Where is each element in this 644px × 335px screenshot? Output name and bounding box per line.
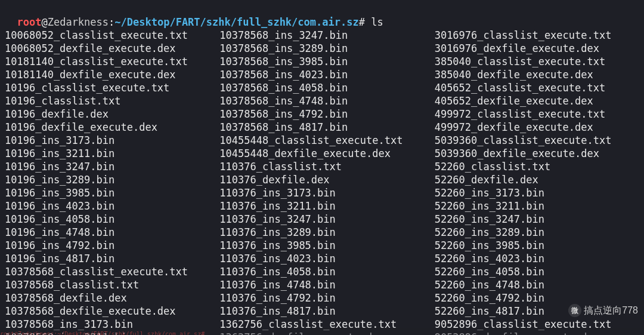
file-entry: 10196_ins_3211.bin xyxy=(5,147,209,160)
file-entry: 110376_ins_4058.bin xyxy=(219,265,423,278)
file-entry: 52260_ins_3247.bin xyxy=(435,213,639,226)
file-entry: 110376_ins_3211.bin xyxy=(219,199,423,213)
file-entry: 52260_ins_3211.bin xyxy=(435,199,639,213)
file-entry: 10378568_ins_4748.bin xyxy=(219,94,423,107)
file-entry: 10378568_ins_4817.bin xyxy=(219,121,423,134)
prompt-at: @ xyxy=(41,16,47,28)
file-entry: 10196_classlist_execute.txt xyxy=(5,81,209,94)
file-entry: 10455448_dexfile_execute.dex xyxy=(219,147,423,160)
file-entry: 110376_ins_3247.bin xyxy=(219,213,423,226)
file-entry: 110376_ins_3289.bin xyxy=(219,226,423,239)
file-entry: 10196_ins_4792.bin xyxy=(5,239,209,252)
file-entry: 10378568_dexfile.dex xyxy=(5,291,209,305)
ls-column-0: 10068052_classlist_execute.txt10068052_d… xyxy=(5,29,209,335)
file-entry: 10181140_dexfile_execute.dex xyxy=(5,68,209,81)
file-entry: 10196_ins_3247.bin xyxy=(5,160,209,173)
file-entry: 499972_classlist_execute.txt xyxy=(435,107,639,121)
file-entry: 385040_dexfile_execute.dex xyxy=(435,68,639,81)
ls-column-1: 10378568_ins_3247.bin10378568_ins_3289.b… xyxy=(219,29,423,335)
file-entry: 10196_ins_4817.bin xyxy=(5,252,209,265)
file-entry: 110376_dexfile.dex xyxy=(219,173,423,186)
file-entry: 10378568_ins_3985.bin xyxy=(219,55,423,68)
file-entry: 5039360_classlist_execute.txt xyxy=(435,134,639,147)
file-entry: 405652_classlist_execute.txt xyxy=(435,81,639,94)
file-entry: 10378568_classlist.txt xyxy=(5,278,209,291)
file-entry: 52260_ins_4023.bin xyxy=(435,252,639,265)
file-entry: 385040_classlist_execute.txt xyxy=(435,55,639,68)
file-entry: 10378568_ins_4058.bin xyxy=(219,81,423,94)
file-entry: 10378568_ins_3247.bin xyxy=(219,29,423,42)
file-entry: 10196_ins_4023.bin xyxy=(5,199,209,213)
prompt-host: Zedarkness xyxy=(48,16,109,28)
file-entry: 10196_dexfile_execute.dex xyxy=(5,121,209,134)
file-entry: 10196_dexfile.dex xyxy=(5,107,209,121)
file-entry: 52260_ins_3173.bin xyxy=(435,186,639,199)
file-entry: 10068052_dexfile_execute.dex xyxy=(5,42,209,55)
prompt-path: ~/Desktop/FART/szhk/full_szhk/com.air.sz xyxy=(114,16,358,28)
wechat-icon: 微 xyxy=(568,304,581,317)
ls-output: 10068052_classlist_execute.txt10068052_d… xyxy=(5,29,639,335)
file-entry: 10196_ins_3173.bin xyxy=(5,134,209,147)
file-entry: 110376_ins_4748.bin xyxy=(219,278,423,291)
file-entry: 10378568_classlist_execute.txt xyxy=(5,265,209,278)
prompt-sep: : xyxy=(109,16,114,28)
prompt-line: root@Zedarkness:~/Desktop/FART/szhk/full… xyxy=(5,2,639,29)
prompt-user: root xyxy=(17,16,41,28)
file-entry: 10378568_ins_4792.bin xyxy=(219,107,423,121)
file-entry: 10196_ins_4748.bin xyxy=(5,226,209,239)
prompt-line-cropped: root@Zedarkness:~/Desktop/FART/szhk/full… xyxy=(0,328,644,335)
file-entry: 3016976_classlist_execute.txt xyxy=(435,29,639,42)
file-entry: 52260_classlist.txt xyxy=(435,160,639,173)
file-entry: 52260_ins_4792.bin xyxy=(435,291,639,305)
file-entry: 52260_ins_4748.bin xyxy=(435,278,639,291)
file-entry: 110376_ins_4792.bin xyxy=(219,291,423,305)
file-entry: 10196_ins_4058.bin xyxy=(5,213,209,226)
file-entry: 110376_ins_4817.bin xyxy=(219,305,423,318)
file-entry: 110376_ins_3173.bin xyxy=(219,186,423,199)
file-entry: 110376_ins_3985.bin xyxy=(219,239,423,252)
ls-column-2: 3016976_classlist_execute.txt3016976_dex… xyxy=(435,29,639,335)
file-entry: 10378568_ins_3289.bin xyxy=(219,42,423,55)
command-text[interactable]: ls xyxy=(371,16,383,28)
file-entry: 5039360_dexfile_execute.dex xyxy=(435,147,639,160)
file-entry: 10378568_dexfile_execute.dex xyxy=(5,305,209,318)
watermark: 微 搞点逆向778 xyxy=(568,304,638,317)
file-entry: 10196_ins_3289.bin xyxy=(5,173,209,186)
file-entry: 10455448_classlist_execute.txt xyxy=(219,134,423,147)
file-entry: 499972_dexfile_execute.dex xyxy=(435,121,639,134)
file-entry: 52260_ins_3985.bin xyxy=(435,239,639,252)
file-entry: 3016976_dexfile_execute.dex xyxy=(435,42,639,55)
file-entry: 10068052_classlist_execute.txt xyxy=(5,29,209,42)
file-entry: 52260_ins_3289.bin xyxy=(435,226,639,239)
watermark-text: 搞点逆向778 xyxy=(584,304,638,317)
file-entry: 10196_ins_3985.bin xyxy=(5,186,209,199)
file-entry: 10181140_classlist_execute.txt xyxy=(5,55,209,68)
file-entry: 52260_ins_4058.bin xyxy=(435,265,639,278)
file-entry: 52260_dexfile.dex xyxy=(435,173,639,186)
file-entry: 405652_dexfile_execute.dex xyxy=(435,94,639,107)
file-entry: 110376_classlist.txt xyxy=(219,160,423,173)
file-entry: 110376_ins_4023.bin xyxy=(219,252,423,265)
file-entry: 10378568_ins_4023.bin xyxy=(219,68,423,81)
prompt-hash: # xyxy=(359,16,365,28)
file-entry: 10196_classlist.txt xyxy=(5,94,209,107)
